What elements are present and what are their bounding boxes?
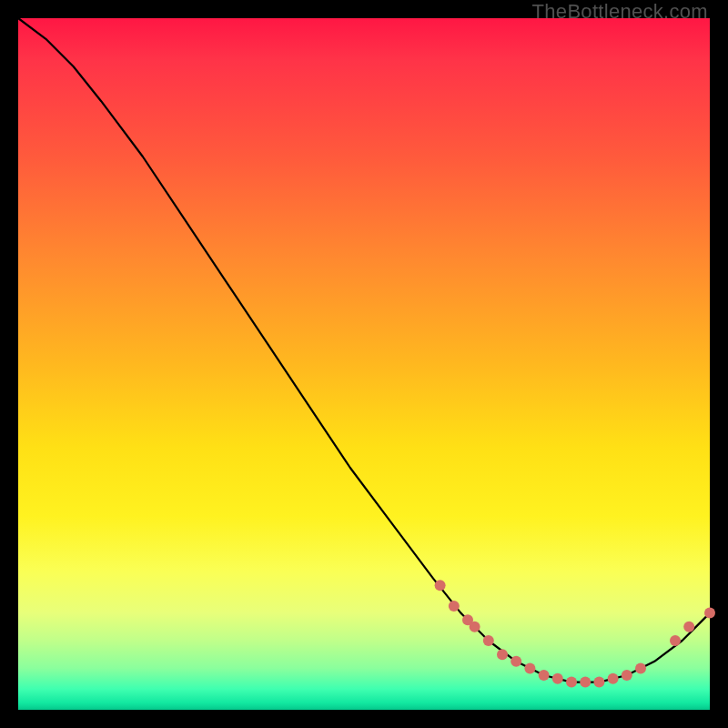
watermark-text: TheBottleneck.com xyxy=(532,0,708,24)
data-point xyxy=(483,635,494,646)
chart-svg xyxy=(18,18,710,710)
data-point xyxy=(435,580,446,591)
data-point xyxy=(635,662,646,673)
data-point xyxy=(539,670,550,681)
data-point xyxy=(449,601,460,612)
chart-frame: TheBottleneck.com xyxy=(0,0,728,728)
data-point xyxy=(511,656,521,667)
data-point xyxy=(704,608,715,619)
data-point xyxy=(593,677,604,688)
data-point xyxy=(580,677,591,688)
bottleneck-curve xyxy=(18,18,710,682)
data-point xyxy=(622,670,632,681)
data-point xyxy=(497,649,508,660)
data-point xyxy=(608,673,619,684)
curve-path xyxy=(18,18,710,682)
data-point xyxy=(524,662,535,673)
data-point xyxy=(683,622,694,632)
curve-markers xyxy=(435,580,715,687)
data-point xyxy=(670,635,681,646)
plot-area xyxy=(18,18,710,710)
data-point xyxy=(566,677,577,688)
data-point xyxy=(552,673,563,684)
data-point xyxy=(470,622,480,632)
